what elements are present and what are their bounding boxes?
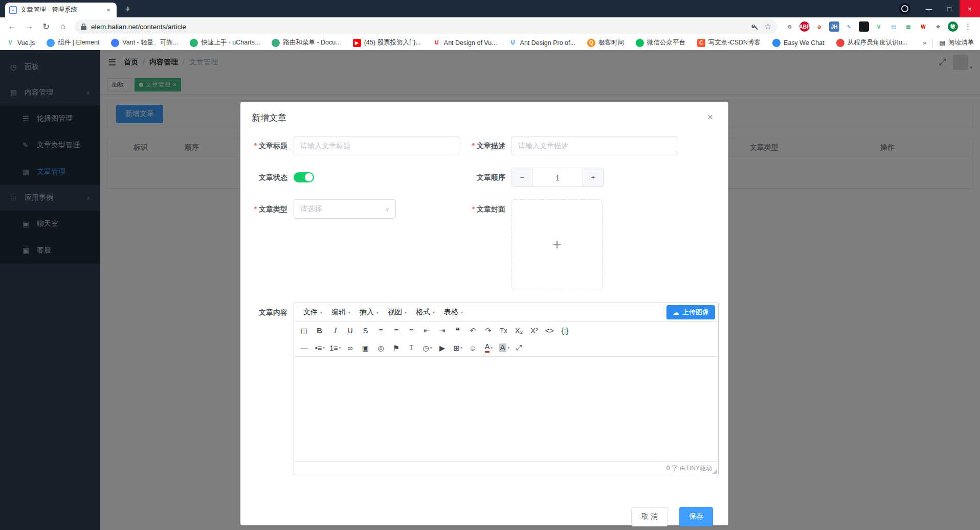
profile-avatar[interactable]: 敏 bbox=[948, 21, 958, 32]
media-record-icon[interactable] bbox=[899, 3, 910, 14]
tab-close-icon[interactable]: × bbox=[104, 6, 113, 14]
browser-tab[interactable]: ≡ 文章管理 - 管理系统 × bbox=[5, 3, 117, 17]
bookmark-element[interactable]: 组件 | Element bbox=[47, 38, 99, 47]
article-status-switch[interactable] bbox=[294, 172, 314, 182]
bookmark-ant-design-pro[interactable]: U Ant Design Pro of... bbox=[509, 39, 575, 47]
upload-image-button[interactable]: ☁ 上传图像 bbox=[666, 305, 715, 319]
code-icon[interactable]: <> bbox=[543, 324, 558, 338]
searchreplace-icon[interactable]: ◫ bbox=[297, 324, 312, 338]
adblock-plus-extension-icon[interactable]: ABP bbox=[799, 21, 810, 32]
bookmark-vuejs[interactable]: V Vue.js bbox=[6, 39, 35, 47]
save-button[interactable]: 保存 bbox=[679, 507, 713, 526]
window-close-button[interactable]: × bbox=[960, 0, 980, 17]
fullscreen-editor-icon[interactable]: ⤢ bbox=[512, 341, 527, 355]
bookmarks-overflow-icon[interactable]: » bbox=[923, 39, 926, 47]
sheets-extension-icon[interactable]: ▦ bbox=[903, 21, 914, 32]
dark-extension-icon[interactable] bbox=[859, 21, 869, 32]
extensions-puzzle-icon[interactable]: ❖ bbox=[933, 21, 943, 32]
bookmark-easywechat[interactable]: Easy We Chat bbox=[772, 39, 825, 47]
indent-icon[interactable]: ⇥ bbox=[435, 324, 450, 338]
bookmark-vant[interactable]: Vant - 轻量、可靠... bbox=[111, 38, 178, 47]
underline-icon[interactable]: U bbox=[343, 324, 358, 338]
numbered-list-icon[interactable]: 1≡ ▾ bbox=[328, 341, 343, 355]
new-tab-button[interactable]: + bbox=[121, 3, 135, 16]
article-desc-input[interactable] bbox=[511, 136, 677, 155]
undo-icon[interactable]: ↶ bbox=[466, 324, 481, 338]
reading-list-button[interactable]: ▤ 阅读清单 bbox=[939, 38, 974, 47]
menu-format[interactable]: 格式 ▾ bbox=[412, 306, 439, 319]
bookmark-programmer-u[interactable]: 从程序员角度认识u... bbox=[836, 38, 907, 47]
password-key-icon[interactable] bbox=[751, 23, 759, 30]
bookmark-geektime[interactable]: Q 极客时间 bbox=[587, 38, 624, 47]
bookmark-ucharts[interactable]: 快速上手 · uCharts... bbox=[190, 38, 260, 47]
datetime-icon[interactable]: ◷ ▾ bbox=[420, 341, 435, 355]
italic-icon[interactable]: I bbox=[328, 324, 343, 338]
word-extension-icon[interactable]: W bbox=[918, 21, 928, 32]
window-minimize-button[interactable]: — bbox=[919, 0, 939, 17]
article-order-input[interactable] bbox=[532, 168, 583, 187]
align-center-icon[interactable]: ≡ bbox=[389, 324, 404, 338]
image-icon[interactable]: ▣ bbox=[359, 341, 373, 355]
reload-icon[interactable]: ↻ bbox=[39, 19, 53, 34]
resize-grip-icon[interactable] bbox=[712, 469, 717, 474]
stepper-decrease-button[interactable]: − bbox=[512, 168, 532, 187]
link-icon[interactable]: ∞ bbox=[343, 341, 358, 355]
bookmark-favicon: ▶ bbox=[353, 39, 361, 47]
media-icon[interactable]: ▶ bbox=[435, 341, 450, 355]
home-icon[interactable]: ⌂ bbox=[56, 19, 70, 34]
quill-extension-icon[interactable]: ✎ bbox=[844, 21, 854, 32]
bookmark-star-icon[interactable]: ☆ bbox=[765, 22, 771, 31]
anchor-icon[interactable]: ⚑ bbox=[389, 341, 404, 355]
notes-extension-icon[interactable]: ▤ bbox=[888, 21, 899, 32]
bold-icon[interactable]: B bbox=[313, 324, 327, 338]
align-right-icon[interactable]: ≡ bbox=[405, 324, 419, 338]
emoticons-icon[interactable]: ☺ bbox=[466, 341, 481, 355]
redo-icon[interactable]: ↷ bbox=[481, 324, 496, 338]
menu-table[interactable]: 表格 ▾ bbox=[440, 306, 467, 319]
bookmark-ant-design-vue[interactable]: U Ant Design of Vu... bbox=[433, 39, 497, 47]
clear-formatting-icon[interactable]: Tx bbox=[497, 324, 511, 338]
wrench-extension-icon[interactable]: ⚙ bbox=[785, 21, 795, 32]
menu-view[interactable]: 视图 ▾ bbox=[384, 306, 411, 319]
article-type-select[interactable]: 请选择 ∨ bbox=[294, 199, 396, 219]
article-title-field: 文章标题 bbox=[252, 136, 459, 155]
bullet-list-icon[interactable]: •≡ ▾ bbox=[313, 341, 327, 355]
bookmark-csdn[interactable]: C 写文章-CSDN博客 bbox=[697, 38, 761, 47]
cover-upload-box[interactable]: + bbox=[511, 199, 603, 290]
article-order-stepper: − + bbox=[511, 168, 604, 187]
bookmark-youtube[interactable]: ▶ (45) 股票投资入门... bbox=[353, 38, 421, 47]
preview-icon[interactable]: ◎ bbox=[374, 341, 389, 355]
menu-insert[interactable]: 插入 ▾ bbox=[355, 306, 383, 319]
cancel-button[interactable]: 取 消 bbox=[631, 507, 668, 526]
forward-icon[interactable]: → bbox=[22, 19, 36, 34]
vue-devtools-extension-icon[interactable]: V bbox=[874, 21, 884, 32]
article-title-input[interactable] bbox=[294, 136, 459, 155]
table-icon[interactable]: ⊞ ▾ bbox=[451, 341, 465, 355]
dialog-close-icon[interactable]: × bbox=[707, 112, 713, 122]
browser-menu-icon[interactable]: ⋮ bbox=[964, 22, 972, 31]
strikethrough-icon[interactable]: S bbox=[359, 324, 373, 338]
bookmark-docs[interactable]: 路由和菜单 - Docu... bbox=[272, 38, 341, 47]
jh-extension-icon[interactable]: JH bbox=[829, 21, 839, 32]
page-break-icon[interactable]: ⌶ bbox=[405, 341, 419, 355]
outdent-icon[interactable]: ⇤ bbox=[420, 324, 435, 338]
back-icon[interactable]: ← bbox=[5, 19, 19, 34]
superscript-icon[interactable]: X² bbox=[527, 324, 542, 338]
editor-content-area[interactable] bbox=[294, 357, 718, 461]
menu-file[interactable]: 文件 ▾ bbox=[299, 306, 326, 319]
menu-edit[interactable]: 编辑 ▾ bbox=[327, 306, 354, 319]
align-left-icon[interactable]: ≡ bbox=[374, 324, 389, 338]
code-sample-icon[interactable]: {;} bbox=[558, 324, 573, 338]
window-maximize-button[interactable]: □ bbox=[939, 0, 960, 17]
bookmark-favicon: V bbox=[6, 39, 14, 47]
address-bar[interactable]: elem.halian.net/contents/article ☆ bbox=[75, 19, 777, 34]
blockquote-icon[interactable]: ❝ bbox=[451, 324, 465, 338]
bookmark-wechat-mp[interactable]: 微信公众平台 bbox=[636, 38, 685, 47]
subscript-icon[interactable]: X₂ bbox=[512, 324, 527, 338]
lock-icon[interactable] bbox=[81, 24, 86, 30]
forecolor-icon[interactable]: A ▾ bbox=[481, 341, 496, 355]
stepper-increase-button[interactable]: + bbox=[583, 168, 603, 187]
ad-blocker-extension-icon[interactable]: ⊘ bbox=[814, 21, 825, 32]
backcolor-icon[interactable]: A ▾ bbox=[497, 341, 511, 355]
horizontal-rule-icon[interactable]: — bbox=[297, 341, 312, 355]
